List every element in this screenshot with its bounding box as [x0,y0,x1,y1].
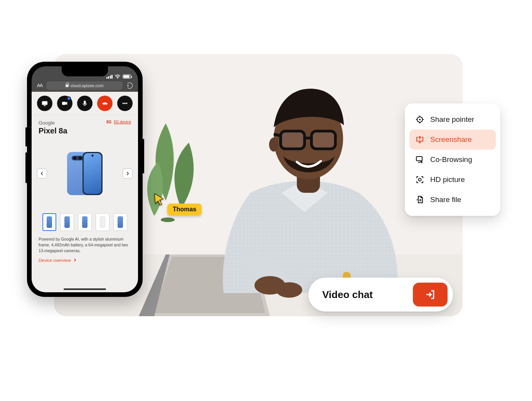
svg-point-28 [419,179,421,181]
share-menu: Share pointer Screenshare Co-Browsing HD… [405,103,500,216]
share-menu-item-hdpicture[interactable]: HD picture [409,170,496,190]
cobrowse-icon [415,155,425,165]
hangup-button[interactable] [97,96,113,111]
svg-point-8 [269,138,278,152]
svg-rect-19 [44,105,46,106]
svg-point-14 [276,282,302,298]
video-chat-label: Video chat [322,289,373,301]
share-menu-item-screenshare[interactable]: Screenshare [409,130,496,150]
thumbnail[interactable] [60,213,74,231]
svg-rect-18 [42,101,47,105]
share-menu-item-label: Co-Browsing [430,155,472,164]
product-hero-image [67,152,103,195]
product-gallery [39,141,131,206]
svg-point-22 [123,103,124,104]
url-text: cloud.apizee.com [71,83,104,88]
network-label: 5G device [114,120,131,124]
enter-icon [424,289,436,300]
screenshare-icon [415,135,425,145]
remote-cursor-icon [153,193,165,207]
5g-icon: 5G [106,120,111,124]
wifi-icon [115,74,120,79]
call-controls [32,92,138,115]
thumbnail[interactable] [78,213,92,231]
svg-point-1 [161,217,175,222]
remote-cursor-label: Thomas [167,204,202,216]
capture-icon [415,175,425,185]
file-share-icon [415,195,425,205]
network-badge[interactable]: 5G 5G device [106,120,131,124]
share-menu-item-label: Share file [430,195,461,204]
svg-rect-9 [281,131,305,149]
svg-point-26 [419,119,421,120]
lock-icon [66,84,69,88]
device-overview-link[interactable]: Device overview [39,258,131,263]
phone-mockup: AA cloud.apizee.com [27,62,143,297]
signal-icon [106,75,113,79]
svg-rect-10 [311,131,335,149]
svg-line-12 [274,134,281,136]
share-menu-item-label: Share pointer [430,115,474,124]
reload-icon[interactable] [126,83,133,89]
product-brand: Google [39,120,55,126]
share-menu-item-label: HD picture [430,175,465,184]
thumbnail[interactable] [113,213,127,231]
product-description: Powered by Google AI, with a stylish alu… [39,236,131,254]
video-chat-start-button[interactable] [413,283,448,307]
gallery-prev-button[interactable] [37,168,47,179]
battery-icon [123,74,131,79]
share-menu-item-label: Screenshare [430,135,472,144]
video-chat-launcher: Video chat [308,278,453,312]
text-size-control[interactable]: AA [37,83,42,88]
gallery-next-button[interactable] [123,168,133,179]
share-menu-item-cobrowsing[interactable]: Co-Browsing [409,150,496,170]
product-page: Google 5G 5G device Pixel 8a [32,115,138,292]
product-thumbnails [39,213,131,231]
more-options-button[interactable] [117,96,133,111]
thumbnail[interactable] [42,213,56,231]
home-indicator[interactable] [64,288,106,290]
overview-label: Device overview [39,258,71,263]
product-name: Pixel 8a [39,126,131,135]
thumbnail[interactable] [96,213,109,231]
svg-point-24 [126,103,127,104]
svg-point-23 [125,103,126,104]
chevron-right-icon [73,258,77,262]
svg-rect-20 [62,102,66,105]
url-bar[interactable]: cloud.apizee.com [46,81,123,90]
share-menu-item-pointer[interactable]: Share pointer [409,110,496,130]
mic-toggle-button[interactable] [77,96,93,111]
share-menu-item-sharefile[interactable]: Share file [409,190,496,210]
crosshair-icon [415,115,425,125]
browser-navbar: AA cloud.apizee.com [32,79,138,92]
svg-rect-27 [416,157,422,161]
screen-toggle-button[interactable] [37,96,52,111]
camera-toggle-button[interactable] [57,96,72,111]
svg-point-17 [117,78,118,79]
status-dot-icon [67,97,70,100]
svg-rect-21 [84,101,86,104]
